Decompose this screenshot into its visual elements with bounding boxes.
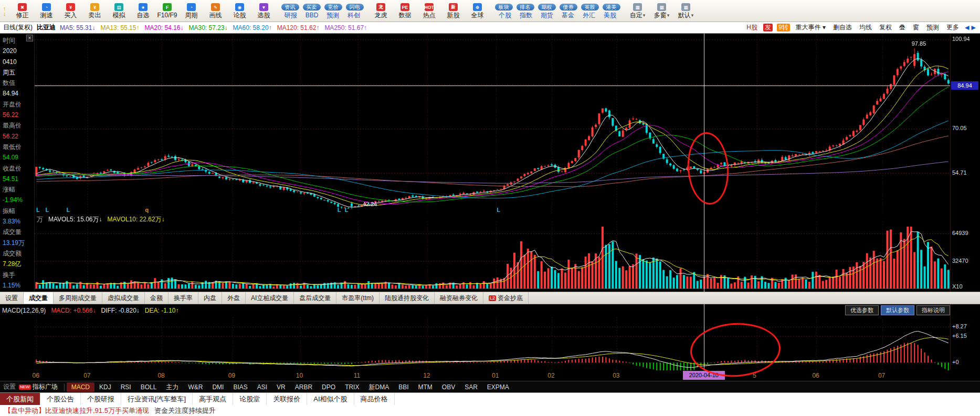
chart-tool-6[interactable]: 复权 <box>878 24 893 31</box>
toolbar-item-9[interactable]: ◉ 论股 <box>228 3 252 18</box>
toolbar-link-b-3[interactable]: 基金 <box>562 12 574 18</box>
nav-up-icon[interactable]: ↑ <box>3 6 6 11</box>
toolbar-pill-a-3[interactable]: 闪电 <box>346 4 364 10</box>
toolbar-pill-b-1[interactable]: 排名 <box>517 4 534 10</box>
toolbar-mid-item-2[interactable]: HOT 热点 <box>417 3 441 18</box>
toolbar-pill-a-1[interactable]: 买卖 <box>303 4 321 10</box>
scroll-right-icon[interactable]: ▶ <box>972 24 976 31</box>
indicator-tab-5[interactable]: W&R <box>183 382 207 392</box>
scroll-left-icon[interactable]: ◀ <box>965 24 969 31</box>
function-tab-6[interactable]: 内盘 <box>198 292 222 304</box>
toolbar-link-a-3[interactable]: 科创 <box>347 12 360 18</box>
toolbar-item-6[interactable]: F F10/F9 <box>155 3 180 18</box>
chart-tool-8[interactable]: 窗 <box>911 24 921 31</box>
function-tab-9[interactable]: 盘后成交量 <box>294 292 336 304</box>
indicator-tab-2[interactable]: RSI <box>116 382 136 392</box>
indicator-tab-8[interactable]: ASI <box>252 382 272 392</box>
toolbar-link-b-0[interactable]: 个股 <box>499 12 511 18</box>
chart-tool-4[interactable]: 删自选 <box>831 24 853 31</box>
toolbar-item-3[interactable]: ¥ 卖出 <box>83 3 107 18</box>
nav-down-icon[interactable]: ↓ <box>3 11 6 16</box>
chart-tool-2[interactable]: 9转 <box>777 24 790 31</box>
chart-tool-3[interactable]: 重大事件 ▾ <box>794 24 827 31</box>
news-tab-2[interactable]: 个股研报 <box>81 393 121 405</box>
chart-tool-10[interactable]: 更多 <box>945 24 961 31</box>
macd-param-button-1[interactable]: 默认参数 <box>881 305 914 315</box>
toolbar-pill-b-2[interactable]: 期权 <box>538 4 556 10</box>
indicator-tab-4[interactable]: 主力 <box>161 382 183 392</box>
toolbar-item-2[interactable]: ¥ 买入 <box>59 3 83 18</box>
toolbar-pill-b-5[interactable]: 港美 <box>603 4 620 10</box>
toolbar-pill-b-4[interactable]: 英股 <box>581 4 599 10</box>
toolbar-mid-item-0[interactable]: 龙 龙虎 <box>369 3 393 18</box>
function-tab-3[interactable]: 虚拟成交量 <box>102 292 145 304</box>
function-tab-2[interactable]: 多周期成交量 <box>54 292 102 304</box>
indicator-tab-3[interactable]: BOLL <box>136 382 162 392</box>
toolbar-mid-item-4[interactable]: ⊕ 全球 <box>466 3 490 18</box>
function-tab-13[interactable]: L2资金抄底 <box>483 292 529 304</box>
function-tab-12[interactable]: 融资融券变化 <box>435 292 483 304</box>
toolbar-pill-b-0[interactable]: 板块 <box>495 4 513 10</box>
close-icon[interactable]: × <box>26 35 33 41</box>
news-tab-7[interactable]: AI相似个股 <box>307 393 354 405</box>
news-headline-highlight[interactable]: 【盘中异动】比亚迪快速拉升,91.5万手买单涌现 <box>4 406 149 415</box>
news-tab-1[interactable]: 个股公告 <box>40 393 81 405</box>
indicator-tab-7[interactable]: BIAS <box>228 382 252 392</box>
chart-tool-9[interactable]: 预测 <box>925 24 941 31</box>
chart-period[interactable]: 日线(复权) <box>3 23 33 32</box>
news-tab-6[interactable]: 关联报价 <box>267 393 307 405</box>
indicator-tab-15[interactable]: MTM <box>413 382 437 392</box>
volume-chart-canvas[interactable] <box>35 214 950 292</box>
toolbar-item-1[interactable]: ◔ 测速 <box>35 3 59 18</box>
chart-tool-5[interactable]: 均线 <box>858 24 873 31</box>
price-chart-canvas[interactable] <box>35 34 950 214</box>
function-tab-10[interactable]: 市盈率(ttm) <box>336 292 380 304</box>
toolbar-pill-a-2[interactable]: 竞价 <box>324 4 342 10</box>
toolbar-window-item-0[interactable]: ▦ 自定▾ <box>626 3 650 18</box>
toolbar-mid-item-1[interactable]: PE 数据 <box>393 3 417 18</box>
function-tab-1[interactable]: 成交量 <box>24 292 54 304</box>
toolbar-mid-item-3[interactable]: 新 新股 <box>441 3 466 18</box>
function-tab-0[interactable]: 设置 <box>0 292 24 304</box>
toolbar-link-b-4[interactable]: 外汇 <box>583 12 595 18</box>
indicator-tab-18[interactable]: EXPMA <box>482 382 514 392</box>
indicator-tab-16[interactable]: OBV <box>437 382 460 392</box>
toolbar-item-0[interactable]: ✖ 修正 <box>10 3 35 18</box>
toolbar-item-7[interactable]: ◔ 周期 <box>180 3 204 18</box>
chart-tool-1[interactable]: 发 <box>763 24 773 31</box>
news-tab-5[interactable]: 论股堂 <box>233 393 267 405</box>
indicator-tab-14[interactable]: BBI <box>394 382 413 392</box>
news-tab-8[interactable]: 商品价格 <box>354 393 395 405</box>
news-headline[interactable]: 资金关注度持续提升 <box>154 406 216 415</box>
indicator-tab-13[interactable]: 新DMA <box>364 382 394 392</box>
function-tab-11[interactable]: 陆股通持股变化 <box>380 292 435 304</box>
news-tab-0[interactable]: 个股新闻 <box>0 393 40 405</box>
macd-param-button-2[interactable]: 指标说明 <box>916 305 950 315</box>
indicator-tab-0[interactable]: MACD <box>67 382 94 392</box>
function-tab-7[interactable]: 外盘 <box>222 292 246 304</box>
chart-tool-0[interactable]: H股 <box>745 24 759 31</box>
indicator-tab-1[interactable]: KDJ <box>94 382 116 392</box>
indicator-tab-9[interactable]: VR <box>272 382 290 392</box>
toolbar-window-item-2[interactable]: ▦ 默认▾ <box>674 3 698 18</box>
toolbar-pill-a-0[interactable]: 资讯 <box>281 4 299 10</box>
macd-chart-canvas[interactable] <box>35 317 950 370</box>
toolbar-item-5[interactable]: ★ 自选 <box>131 3 155 18</box>
toolbar-window-item-1[interactable]: ▦ 多窗▾ <box>650 3 674 18</box>
chart-tool-7[interactable]: 叠 <box>898 24 907 31</box>
news-tab-4[interactable]: 高手观点 <box>193 393 233 405</box>
indicator-tab-10[interactable]: ARBR <box>290 382 317 392</box>
function-tab-5[interactable]: 换手率 <box>168 292 198 304</box>
indicator-settings[interactable]: 设置 <box>0 382 19 391</box>
indicator-tab-6[interactable]: DMI <box>207 382 228 392</box>
toolbar-link-a-2[interactable]: 预测 <box>326 12 339 18</box>
indicator-plaza[interactable]: 指标广场 <box>31 382 62 391</box>
toolbar-link-b-2[interactable]: 期货 <box>541 12 553 18</box>
toolbar-link-a-0[interactable]: 研报 <box>284 12 297 18</box>
toolbar-link-b-5[interactable]: 美股 <box>604 12 616 18</box>
toolbar-link-a-1[interactable]: BBD <box>305 12 319 18</box>
toolbar-link-b-1[interactable]: 指数 <box>520 12 532 18</box>
indicator-tab-17[interactable]: SAR <box>460 382 482 392</box>
news-tab-3[interactable]: 行业资讯[汽车整车] <box>121 393 193 405</box>
function-tab-8[interactable]: AI立桩成交量 <box>246 292 294 304</box>
